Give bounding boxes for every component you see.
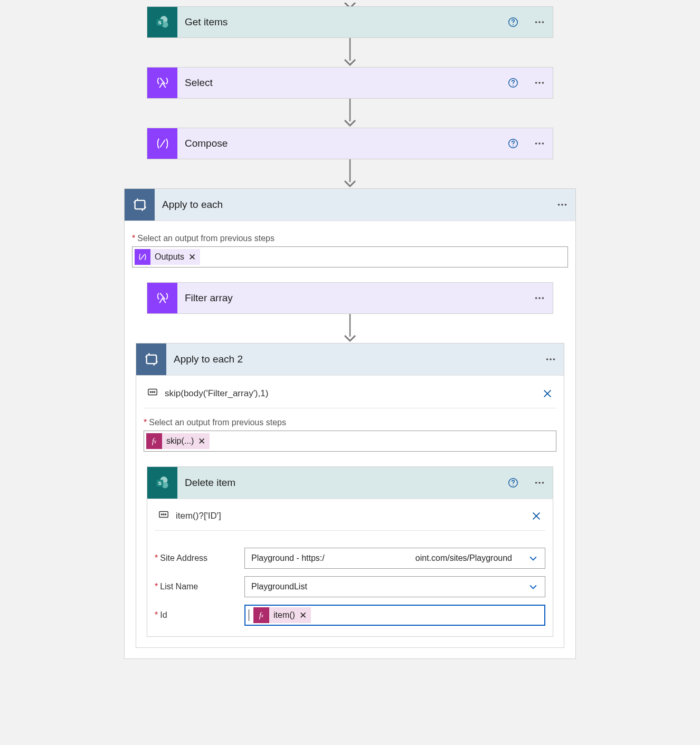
svg-point-52 [161,514,162,515]
apply-each-field-label: *Select an output from previous steps [132,234,568,243]
flow-canvas: S Get items Select [0,6,700,659]
control-apply-to-each: Apply to each *Select an output from pre… [124,188,576,659]
flow-connector-arrow [343,38,357,67]
token-remove-icon[interactable]: ✕ [299,610,307,621]
svg-point-15 [542,82,544,84]
required-asterisk: * [155,610,158,619]
rename-bar-skip: skip(body('Filter_array'),1) [144,386,556,408]
svg-point-29 [538,297,541,299]
token-label: Outputs [155,252,184,262]
svg-point-34 [550,358,552,360]
token-remove-icon[interactable]: ✕ [198,436,205,447]
rename-icon [158,509,169,523]
svg-point-24 [558,204,560,206]
action-delete-item: S Delete item [147,466,553,637]
rename-text[interactable]: item()?['ID'] [176,511,221,521]
svg-rect-23 [135,200,145,209]
more-menu-icon[interactable] [534,138,545,149]
token-label: item() [273,610,295,620]
apply-to-each-2-header[interactable]: Apply to each 2 [136,343,564,375]
apply-to-each-2-title: Apply to each 2 [174,354,243,365]
sharepoint-icon: S [147,467,177,499]
action-filter-array[interactable]: Filter array [147,282,553,314]
fx-icon: fx [146,433,162,449]
svg-point-37 [150,391,151,393]
select-icon [147,68,177,98]
action-title: Compose [185,138,228,149]
close-icon[interactable] [542,388,553,399]
chevron-down-icon[interactable] [528,553,538,563]
svg-point-25 [561,204,563,206]
flow-connector-arrow [343,159,357,188]
action-title: Get items [185,16,228,28]
help-icon[interactable] [507,16,519,28]
action-title: Select [185,77,213,89]
token-remove-icon[interactable]: ✕ [188,252,196,263]
svg-text:S: S [158,481,161,486]
flow-connector-arrow [343,314,357,343]
apply-each-input[interactable]: Outputs ✕ [132,246,568,268]
apply-each-2-input[interactable]: fx skip(...) ✕ [144,431,556,452]
svg-point-49 [538,482,541,484]
flow-connector-arrow [343,99,357,128]
svg-point-5 [513,24,514,25]
filter-icon [147,283,177,313]
close-icon[interactable] [531,510,542,522]
site-address-combo[interactable]: Playground - https:/ oint.com/sites/Play… [244,548,545,569]
svg-point-39 [154,391,155,393]
action-select[interactable]: Select [147,67,553,99]
svg-rect-32 [146,355,156,364]
chevron-down-icon[interactable] [528,581,538,592]
loop-icon [136,343,166,375]
rename-bar-item-id: item()?['ID'] [155,509,545,531]
list-name-combo[interactable]: PlaygroundList [244,576,545,597]
fx-icon: fx [253,607,269,623]
help-icon[interactable] [507,138,519,149]
more-menu-icon[interactable] [534,16,545,28]
svg-point-14 [538,82,541,84]
delete-item-header[interactable]: S Delete item [147,467,553,499]
svg-point-19 [535,142,537,145]
action-get-items[interactable]: S Get items [147,6,553,38]
svg-point-48 [535,482,537,484]
svg-point-7 [538,21,541,23]
more-menu-icon[interactable] [556,199,568,211]
apply-each-2-field-label: *Select an output from previous steps [144,418,556,427]
id-input[interactable]: fx item() ✕ [244,605,545,626]
loop-icon [125,189,155,221]
sharepoint-icon: S [147,7,177,37]
rename-text[interactable]: skip(body('Filter_array'),1) [165,388,268,399]
token-outputs[interactable]: Outputs ✕ [135,249,200,265]
site-address-value-left: Playground - https:/ [251,553,325,563]
svg-point-50 [542,482,544,484]
param-site-address: *Site Address Playground - https:/ oint.… [155,548,545,569]
param-id: *Id fx item() ✕ [155,605,545,626]
svg-point-20 [538,142,541,145]
token-label: skip(...) [166,436,194,446]
required-asterisk: * [144,418,147,427]
svg-point-12 [513,85,514,86]
token-item-expression[interactable]: fx item() ✕ [253,607,311,623]
svg-point-35 [553,358,555,360]
apply-to-each-header[interactable]: Apply to each [125,189,575,221]
control-apply-to-each-2: Apply to each 2 skip(body('Filter_array'… [136,343,564,648]
param-label-text: List Name [160,582,198,591]
compose-icon [147,128,177,159]
svg-point-30 [542,297,544,299]
svg-point-53 [163,514,164,515]
more-menu-icon[interactable] [534,292,545,304]
help-icon[interactable] [507,477,519,489]
more-menu-icon[interactable] [534,77,545,89]
help-icon[interactable] [507,77,519,89]
svg-point-26 [565,204,567,206]
svg-point-13 [535,82,537,84]
required-asterisk: * [155,582,158,591]
more-menu-icon[interactable] [534,477,545,489]
token-skip-expression[interactable]: fx skip(...) ✕ [146,433,210,449]
svg-point-18 [513,146,514,147]
more-menu-icon[interactable] [545,354,556,365]
param-list-name: *List Name PlaygroundList [155,576,545,597]
svg-point-54 [165,514,166,515]
action-compose[interactable]: Compose [147,128,553,159]
param-label-text: Id [160,610,167,619]
